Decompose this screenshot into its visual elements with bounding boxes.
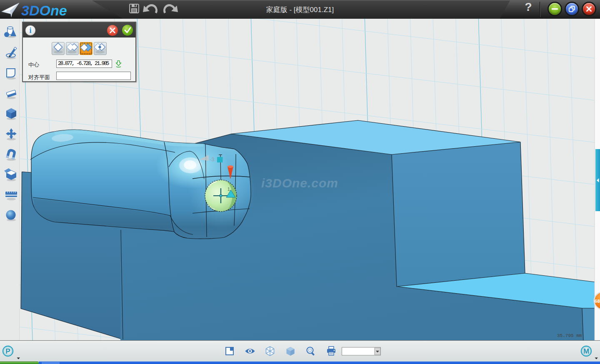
- svg-text:-3: -3: [210, 156, 215, 162]
- svg-text:68: 68: [595, 299, 600, 304]
- svg-text:i: i: [29, 26, 31, 35]
- svg-text:i3DOne.com: i3DOne.com: [261, 176, 338, 190]
- svg-text:M: M: [583, 347, 589, 355]
- svg-text:35.795 mm: 35.795 mm: [557, 333, 582, 338]
- svg-text:P: P: [5, 347, 10, 355]
- svg-text:1.: 1.: [228, 187, 231, 192]
